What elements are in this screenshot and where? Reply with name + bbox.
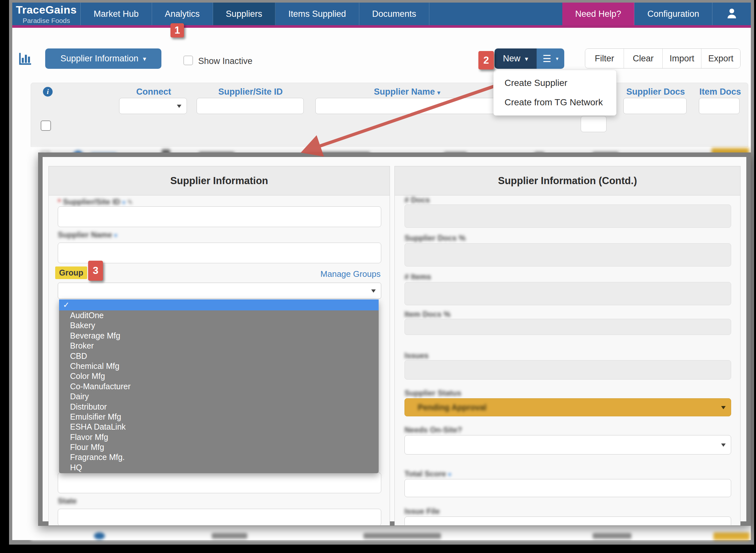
brand-title: TraceGains [16, 4, 77, 16]
group-option[interactable]: Chemical Mfg [59, 361, 379, 371]
group-option[interactable]: Bakery [59, 320, 379, 330]
group-option[interactable]: ESHA DataLink [59, 422, 379, 432]
supplier-name-label: Supplier Name ▾ [58, 230, 117, 239]
num-docs-label: # Docs [404, 195, 430, 205]
group-option[interactable]: HQ [59, 463, 379, 473]
group-option[interactable]: Emulsifier Mfg [59, 412, 379, 422]
nav-need-help[interactable]: Need Help? [562, 3, 635, 25]
new-button[interactable]: New ▾ [494, 49, 537, 69]
supplier-name-input[interactable] [58, 243, 381, 263]
group-option[interactable]: Flavor Mfg [59, 432, 379, 442]
user-menu[interactable] [712, 3, 751, 25]
group-option[interactable]: AuditOne [59, 310, 379, 320]
num-docs-field [404, 205, 731, 228]
brand-subtitle: Paradise Foods [23, 17, 70, 24]
export-button[interactable]: Export [701, 49, 740, 68]
col-supplier-site-id[interactable]: Supplier/Site ID [210, 87, 291, 97]
chevron-down-icon: ▾ [114, 232, 117, 239]
menu-create-supplier[interactable]: Create Supplier [493, 73, 616, 93]
screenshot-stage: TraceGains Paradise Foods Market Hub Ana… [0, 0, 756, 553]
table-row[interactable] [31, 532, 748, 540]
group-option[interactable]: CBD [59, 351, 379, 361]
table-header: i Connect Supplier/Site ID Supplier Name… [31, 83, 748, 147]
filter-button[interactable]: Filter [585, 49, 624, 68]
nav-market-hub[interactable]: Market Hub [81, 3, 152, 25]
top-nav: TraceGains Paradise Foods Market Hub Ana… [12, 3, 751, 28]
supplier-info-panel: Supplier Information * Supplier/Site ID … [49, 166, 390, 526]
col-supplier-name[interactable]: Supplier Name ▾ [355, 87, 459, 97]
supplier-status-label: Supplier Status [404, 389, 461, 398]
user-icon [725, 6, 739, 21]
nav-analytics[interactable]: Analytics [152, 3, 213, 25]
supplier-form-modal: Supplier Information * Supplier/Site ID … [38, 152, 751, 526]
table-actions-group: Filter Clear Import Export [585, 49, 741, 69]
chevron-down-icon: ▾ [556, 56, 558, 61]
group-label-highlighted: Group [55, 266, 87, 279]
view-selector-label: Supplier Information [60, 54, 138, 64]
site-id-label: * Supplier/Site ID ▾ ✎ [58, 198, 133, 207]
pct-filter-input-bottom[interactable] [581, 116, 606, 132]
panel-title: Supplier Information [49, 166, 390, 195]
needs-onsite-select[interactable] [404, 435, 731, 455]
supplier-docs-filter-input[interactable] [623, 98, 687, 114]
col-connect[interactable]: Connect [129, 87, 178, 97]
callout-badge-1: 1 [171, 23, 184, 37]
nav-configuration[interactable]: Configuration [634, 3, 712, 25]
nav-spacer [429, 3, 562, 25]
group-option[interactable]: Beverage Mfg [59, 331, 379, 341]
show-inactive-checkbox[interactable] [183, 56, 193, 65]
group-option[interactable]: Flour Mfg [59, 442, 379, 452]
brand-block[interactable]: TraceGains Paradise Foods [12, 3, 81, 25]
needs-onsite-label: Needs On-Site? [404, 425, 462, 434]
chevron-down-icon: ▾ [122, 199, 125, 206]
item-docs-pct-label: Item Docs % [404, 310, 451, 319]
show-inactive-label: Show Inactive [198, 56, 253, 66]
menu-create-from-tg-network[interactable]: Create from TG Network [493, 93, 616, 112]
edit-icon: ✎ [127, 199, 133, 206]
list-options-button[interactable]: ☰ ▾ [537, 49, 564, 69]
supplier-docs-pct-field [404, 243, 731, 266]
chevron-down-icon: ▾ [143, 56, 146, 62]
issues-field [404, 360, 731, 380]
total-score-input[interactable] [404, 479, 731, 497]
nav-documents[interactable]: Documents [359, 3, 430, 25]
info-icon[interactable]: i [43, 87, 53, 97]
import-button[interactable]: Import [663, 49, 701, 68]
num-items-label: # Items [404, 272, 431, 281]
supplier-name-filter-input[interactable] [315, 98, 497, 114]
select-all-checkbox[interactable] [41, 121, 51, 131]
site-id-input[interactable] [58, 207, 381, 227]
issue-file-select[interactable] [404, 517, 731, 526]
supplier-status-select[interactable]: Pending Approval [404, 398, 731, 416]
group-option[interactable]: Dairy [59, 392, 379, 401]
chart-icon[interactable] [18, 51, 33, 67]
city-input[interactable] [58, 473, 381, 493]
state-input[interactable] [58, 509, 381, 526]
group-option[interactable]: Distributor [59, 402, 379, 412]
issue-file-label: Issue File [404, 507, 440, 516]
callout-badge-3: 3 [88, 261, 103, 281]
group-option[interactable]: Fragrance Mfg. [59, 452, 379, 462]
manage-groups-link[interactable]: Manage Groups [320, 269, 381, 279]
group-select[interactable] [58, 283, 381, 299]
hamburger-icon: ☰ [543, 53, 551, 64]
nav-suppliers[interactable]: Suppliers [213, 3, 276, 25]
group-option[interactable]: Broker [59, 341, 379, 351]
total-score-label: Total Score ▾ [404, 469, 451, 478]
connect-filter-select[interactable] [119, 98, 187, 114]
group-option[interactable]: Co-Manufacturer [59, 382, 379, 392]
supplier-site-id-filter-input[interactable] [197, 98, 304, 114]
clear-button[interactable]: Clear [624, 49, 663, 68]
state-label: State [58, 496, 77, 505]
callout-badge-2: 2 [478, 51, 494, 69]
sort-caret-icon: ▾ [438, 89, 440, 96]
panel-title: Supplier Information (Contd.) [395, 166, 740, 195]
group-option[interactable]: Color Mfg [59, 371, 379, 381]
supplier-docs-pct-label: Supplier Docs % [404, 234, 466, 243]
issues-label: Issues [404, 351, 429, 360]
nav-items-supplied[interactable]: Items Supplied [275, 3, 359, 25]
item-docs-filter-input[interactable] [699, 98, 740, 114]
view-selector-button[interactable]: Supplier Information ▾ [45, 49, 161, 69]
item-docs-pct-field [404, 319, 731, 335]
group-option-blank[interactable]: ✓ [59, 300, 379, 310]
